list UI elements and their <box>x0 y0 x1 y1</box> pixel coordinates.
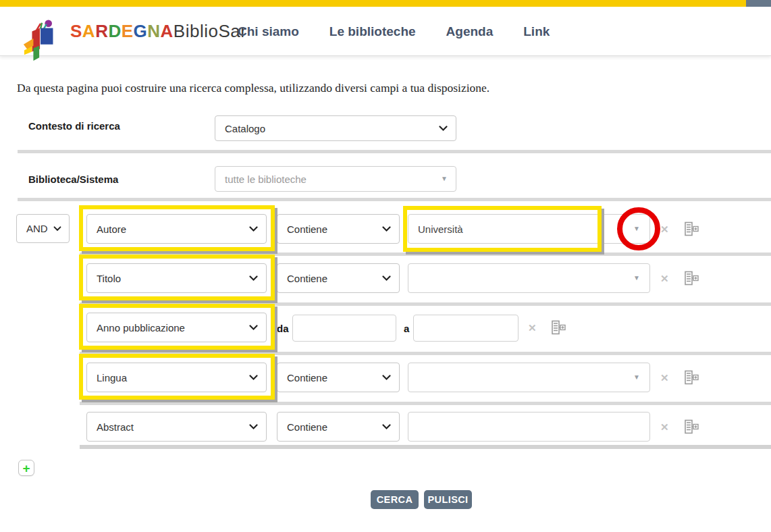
condition-select-value: Contiene <box>287 372 327 383</box>
top-accent-bar-end <box>746 0 771 7</box>
chevron-down-icon <box>382 424 391 430</box>
condition-select-value: Contiene <box>287 421 327 433</box>
library-label: Biblioteca/Sistema <box>28 174 118 185</box>
field-select-row3[interactable]: Anno pubblicazione <box>86 313 267 342</box>
search-button[interactable]: CERCA <box>371 490 419 509</box>
chevron-down-icon <box>249 375 258 381</box>
value-input-row4[interactable]: ▼ <box>408 363 650 392</box>
field-select-value: Abstract <box>97 421 134 433</box>
logo-letter: E <box>122 21 134 41</box>
context-select[interactable]: Catalogo <box>215 115 456 141</box>
value-input-row5[interactable] <box>408 412 650 442</box>
divider <box>80 445 771 449</box>
chevron-down-icon <box>439 126 448 132</box>
boolean-operator-select[interactable]: AND <box>16 214 70 243</box>
remove-row-icon[interactable]: ✕ <box>660 422 669 432</box>
value-input-text: Università <box>418 223 463 235</box>
field-select-row5[interactable]: Abstract <box>86 412 267 442</box>
value-input-row1[interactable]: Università ▼ <box>408 214 650 244</box>
logo-word-bibliosar: BiblioSar <box>174 21 247 42</box>
divider <box>80 402 771 405</box>
chevron-down-icon <box>382 375 391 381</box>
field-select-value: Autore <box>97 223 126 235</box>
chevron-down-icon <box>382 275 391 282</box>
boolean-operator-value: AND <box>26 223 48 234</box>
chevron-down-icon <box>249 325 258 331</box>
condition-select-value: Contiene <box>287 273 327 284</box>
site-header: SARDEGNABiblioSar Chi siamo Le bibliotec… <box>0 7 771 56</box>
clear-button[interactable]: PULISCI <box>424 490 472 509</box>
nav-agenda[interactable]: Agenda <box>446 24 494 39</box>
nav-chi-siamo[interactable]: Chi siamo <box>238 24 299 39</box>
autocomplete-triangle-icon[interactable]: ▼ <box>633 275 640 282</box>
divider <box>18 150 771 153</box>
field-select-row4[interactable]: Lingua <box>86 363 267 392</box>
remove-row-icon[interactable]: ✕ <box>660 373 669 383</box>
chevron-down-icon <box>249 226 258 232</box>
remove-row-icon[interactable]: ✕ <box>660 273 669 284</box>
chevron-down-icon <box>53 226 61 232</box>
add-to-list-icon[interactable] <box>683 221 699 237</box>
add-to-list-icon[interactable] <box>683 369 699 385</box>
dropdown-triangle-icon: ▼ <box>441 176 448 182</box>
logo-letter: A <box>82 21 95 41</box>
year-from-input[interactable] <box>292 315 396 342</box>
divider <box>80 252 771 256</box>
divider <box>80 352 771 355</box>
logo-letter: G <box>134 21 148 41</box>
field-select-value: Anno pubblicazione <box>97 322 185 334</box>
divider <box>80 302 771 306</box>
value-input-row2[interactable]: ▼ <box>408 263 650 293</box>
add-to-list-icon[interactable] <box>683 270 699 286</box>
range-from-label: da <box>277 323 289 334</box>
context-label: Contesto di ricerca <box>28 120 120 132</box>
logo-letter: R <box>95 21 108 41</box>
condition-select-row2[interactable]: Contiene <box>277 263 400 293</box>
chevron-down-icon <box>249 275 258 282</box>
field-select-row2[interactable]: Titolo <box>86 263 267 293</box>
condition-select-row4[interactable]: Contiene <box>277 363 400 392</box>
autocomplete-triangle-icon[interactable]: ▼ <box>633 225 640 232</box>
library-select-value: tutte le biblioteche <box>225 174 307 185</box>
field-select-value: Titolo <box>97 273 121 284</box>
nav-link[interactable]: Link <box>523 24 550 39</box>
add-row-button[interactable]: + <box>18 460 34 476</box>
condition-select-row1[interactable]: Contiene <box>277 214 400 244</box>
chevron-down-icon <box>249 424 258 430</box>
remove-row-icon[interactable]: ✕ <box>660 224 669 234</box>
range-to-label: a <box>404 323 409 334</box>
logo-letter: A <box>161 21 174 41</box>
logo-word-sardegna: SARDEGNA <box>70 21 174 42</box>
condition-select-value: Contiene <box>287 223 327 235</box>
logo-letter: D <box>108 21 121 41</box>
add-to-list-icon[interactable] <box>550 319 566 336</box>
sardegna-bibliosar-logo-icon <box>18 19 66 61</box>
autocomplete-triangle-icon[interactable]: ▼ <box>633 374 640 381</box>
top-accent-bar <box>0 0 771 7</box>
chevron-down-icon <box>382 226 391 232</box>
logo-letter: N <box>147 21 160 41</box>
field-select-row1[interactable]: Autore <box>86 214 267 244</box>
remove-row-icon[interactable]: ✕ <box>528 323 537 333</box>
context-select-value: Catalogo <box>225 123 265 134</box>
logo-letter: S <box>70 21 82 41</box>
nav-le-biblioteche[interactable]: Le biblioteche <box>329 24 416 39</box>
logo-wordmark[interactable]: SARDEGNABiblioSar <box>70 7 246 56</box>
year-to-input[interactable] <box>413 315 519 342</box>
add-to-list-icon[interactable] <box>683 419 699 435</box>
field-select-value: Lingua <box>97 372 127 383</box>
intro-text: Da questa pagina puoi costruire una rice… <box>17 81 624 95</box>
main-nav: Chi siamo Le biblioteche Agenda Link <box>238 7 550 56</box>
library-select[interactable]: tutte le biblioteche ▼ <box>215 166 456 192</box>
condition-select-row5[interactable]: Contiene <box>277 412 400 442</box>
divider <box>18 198 771 201</box>
